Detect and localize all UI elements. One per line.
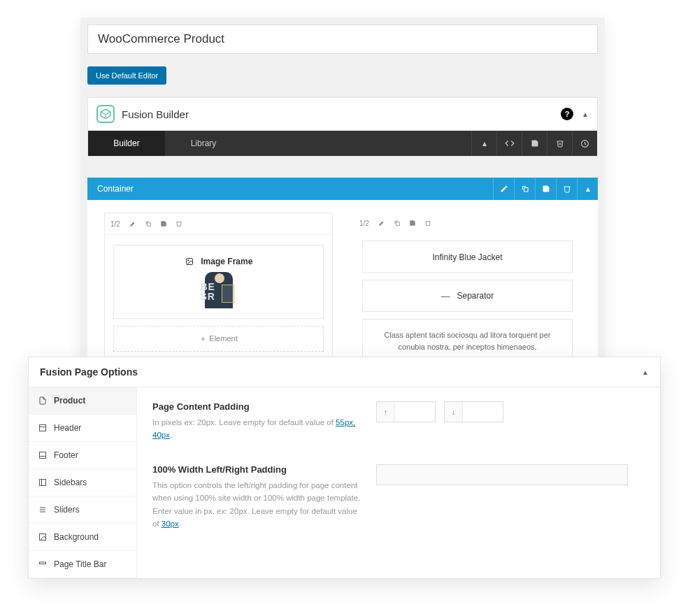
- image-preview: BESR: [121, 272, 316, 308]
- toolbar-code-icon[interactable]: [496, 131, 522, 156]
- use-default-editor-button[interactable]: Use Default Editor: [87, 66, 166, 85]
- tab-builder[interactable]: Builder: [88, 131, 165, 156]
- add-element-label: Element: [209, 334, 237, 343]
- file-icon: [38, 396, 48, 406]
- fullwidth-padding-input[interactable]: [376, 464, 628, 485]
- layout-icon: [38, 424, 48, 432]
- fusion-builder-title: Fusion Builder: [122, 108, 561, 120]
- arrow-up-icon[interactable]: ↑: [377, 402, 395, 422]
- toolbar-caret-icon[interactable]: ▴: [471, 131, 496, 156]
- sidebar-item-label: Page Title Bar: [54, 559, 106, 569]
- sidebar-item-footer[interactable]: Footer: [29, 442, 136, 469]
- columns-icon: [38, 478, 48, 487]
- svg-point-5: [187, 259, 189, 261]
- fusion-logo-icon: [96, 105, 115, 123]
- svg-rect-9: [40, 452, 46, 459]
- image-icon: [185, 257, 194, 266]
- fusion-builder-header: Fusion Builder ? ▲: [88, 98, 597, 131]
- option-help: This option controls the left/right padd…: [152, 479, 362, 531]
- column-clone-icon[interactable]: [390, 217, 404, 229]
- option-help: In pixels ex: 20px. Leave empty for defa…: [152, 416, 362, 442]
- tab-library[interactable]: Library: [165, 131, 242, 156]
- svg-rect-2: [524, 188, 528, 192]
- element-image-frame[interactable]: Image Frame BESR: [113, 245, 324, 319]
- sidebar-item-label: Background: [54, 532, 99, 542]
- sidebar-item-label: Header: [54, 423, 81, 433]
- arrow-down-icon[interactable]: ↓: [445, 402, 463, 422]
- collapse-icon[interactable]: ▲: [582, 110, 589, 118]
- column-save-icon[interactable]: [157, 217, 171, 230]
- column-left-toolbar: 1/2: [105, 213, 332, 235]
- plus-icon: ＋: [199, 334, 207, 343]
- help-icon[interactable]: ?: [561, 108, 573, 120]
- column-edit-icon[interactable]: [126, 217, 140, 230]
- padding-top-input[interactable]: [395, 402, 435, 422]
- product-name: Infinity Blue Jacket: [432, 252, 502, 262]
- element-separator[interactable]: — Separator: [362, 280, 573, 312]
- toolbar-history-icon[interactable]: [572, 131, 597, 156]
- svg-rect-7: [40, 425, 46, 431]
- sidebar-item-page-title-bar[interactable]: Page Title Bar: [29, 551, 136, 578]
- container-trash-icon[interactable]: [556, 178, 577, 200]
- container-edit-icon[interactable]: [493, 178, 514, 200]
- column-trash-icon[interactable]: [172, 217, 186, 230]
- svg-rect-11: [40, 480, 46, 486]
- toolbar-trash-icon[interactable]: [547, 131, 572, 156]
- separator-label: Separator: [457, 291, 494, 301]
- element-title[interactable]: Infinity Blue Jacket: [362, 241, 573, 273]
- sidebar-item-sliders[interactable]: Sliders: [29, 496, 136, 524]
- sidebar-item-sidebars[interactable]: Sidebars: [29, 469, 136, 496]
- collapse-icon[interactable]: ▲: [642, 368, 649, 376]
- options-title: Fusion Page Options: [40, 366, 642, 378]
- sidebar-item-header[interactable]: Header: [29, 415, 136, 442]
- sidebar-item-label: Product: [54, 396, 85, 406]
- fusion-builder-box: Fusion Builder ? ▲ Builder Library ▴: [87, 97, 598, 157]
- container-clone-icon[interactable]: [514, 178, 535, 200]
- option-row-padding: Page Content Padding In pixels ex: 20px.…: [152, 401, 645, 442]
- sidebar-item-label: Sidebars: [54, 478, 87, 487]
- container-save-icon[interactable]: [535, 178, 556, 200]
- fusion-page-options-panel: Fusion Page Options ▲ Product Header Foo…: [28, 357, 661, 579]
- container-collapse-icon[interactable]: ▴: [577, 178, 598, 200]
- option-row-fullwidth-padding: 100% Width Left/Right Padding This optio…: [152, 464, 645, 531]
- column-ratio[interactable]: 1/2: [110, 220, 120, 228]
- layout-icon: [38, 451, 48, 459]
- default-value-link[interactable]: 30px: [162, 520, 179, 528]
- svg-rect-17: [40, 562, 46, 564]
- sliders-icon: [38, 506, 48, 514]
- sidebar-item-background[interactable]: Background: [29, 524, 136, 551]
- image-frame-label: Image Frame: [201, 257, 252, 266]
- column-ratio[interactable]: 1/2: [359, 220, 369, 227]
- add-element-button[interactable]: ＋ Element: [113, 326, 324, 352]
- fusion-builder-tabs: Builder Library ▴: [88, 131, 597, 156]
- padding-top-field[interactable]: ↑: [376, 401, 436, 422]
- sidebar-item-label: Sliders: [54, 505, 80, 515]
- svg-rect-6: [396, 222, 400, 226]
- options-sidebar: Product Header Footer Sidebars Sliders: [29, 387, 137, 578]
- bar-icon: [38, 560, 48, 568]
- column-edit-icon[interactable]: [375, 217, 389, 229]
- container-label: Container: [87, 184, 493, 194]
- svg-rect-3: [148, 223, 151, 227]
- padding-bottom-input[interactable]: [463, 402, 503, 422]
- sidebar-item-label: Footer: [54, 450, 78, 460]
- column-clone-icon[interactable]: [141, 217, 155, 230]
- toolbar-save-icon[interactable]: [522, 131, 547, 156]
- options-header: Fusion Page Options ▲: [29, 357, 660, 387]
- option-label: 100% Width Left/Right Padding: [152, 464, 362, 475]
- sidebar-item-product[interactable]: Product: [29, 387, 136, 415]
- column-right-toolbar: 1/2: [354, 213, 581, 229]
- padding-bottom-field[interactable]: ↓: [444, 401, 503, 422]
- image-icon: [38, 533, 48, 541]
- column-trash-icon[interactable]: [421, 217, 435, 229]
- option-label: Page Content Padding: [152, 401, 362, 412]
- options-content: Page Content Padding In pixels ex: 20px.…: [137, 387, 660, 578]
- container-bar: Container ▴: [87, 178, 598, 200]
- product-title-input[interactable]: [87, 24, 598, 54]
- column-save-icon[interactable]: [406, 217, 420, 229]
- minus-icon: —: [441, 291, 450, 301]
